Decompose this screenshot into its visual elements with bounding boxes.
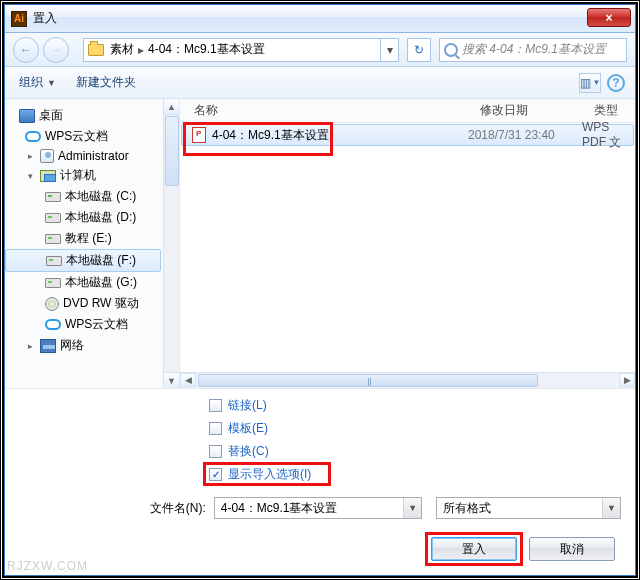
tree-drive-f[interactable]: 本地磁盘 (F:) [5,249,161,272]
tree-drive-d[interactable]: 本地磁盘 (D:) [5,207,179,228]
tree-network[interactable]: ▸网络 [5,335,179,356]
scroll-right-arrow-icon[interactable]: ▶ [619,373,635,387]
tree-drive-e[interactable]: 教程 (E:) [5,228,179,249]
path-dropdown-button[interactable]: ▾ [380,39,398,61]
help-button[interactable]: ? [607,74,625,92]
filter-value: 所有格式 [443,500,491,517]
tree-drive-c[interactable]: 本地磁盘 (C:) [5,186,179,207]
expander-icon[interactable]: ▸ [25,340,36,351]
organize-menu[interactable]: 组织▼ [19,74,56,91]
filename-label: 文件名(N): [139,500,206,517]
chevron-down-icon[interactable]: ▼ [602,498,620,518]
chevron-down-icon: ▾ [387,43,393,57]
path-segment-1[interactable]: 素材 [110,41,134,58]
new-folder-button[interactable]: 新建文件夹 [76,74,136,91]
col-date[interactable]: 修改日期 [466,102,580,119]
file-list-panel: 名称 修改日期 类型 4-04：Mc9.1基本设置 2018/7/31 23:4… [180,99,635,388]
app-icon: Ai [11,11,27,27]
dvd-icon [45,297,59,311]
drive-icon [46,256,62,266]
tree-panel: 桌面 WPS云文档 ▸Administrator ▾计算机 本地磁盘 (C:) … [5,99,180,388]
chevron-down-icon: ▼ [47,78,56,88]
drive-icon [45,192,61,202]
user-icon [40,149,54,163]
main-area: 桌面 WPS云文档 ▸Administrator ▾计算机 本地磁盘 (C:) … [5,99,635,389]
file-name: 4-04：Mc9.1基本设置 [212,127,329,144]
tree-scrollbar[interactable]: ▲ ▼ [163,99,179,388]
bottom-panel: 链接(L) 模板(E) 替换(C) 显示导入选项(I) 文件名(N): 4-04… [5,389,635,571]
window-title: 置入 [33,10,57,27]
tree-dvd[interactable]: DVD RW 驱动 [5,293,179,314]
button-row: 置入 取消 [19,537,615,561]
path-segment-2[interactable]: 4-04：Mc9.1基本设置 [148,41,265,58]
drive-icon [45,213,61,223]
expander-icon[interactable]: ▾ [25,170,36,181]
pdf-icon [192,127,206,143]
path-box[interactable]: 素材 ▸ 4-04：Mc9.1基本设置 ▾ [83,38,399,62]
view-icon: ▥ [580,76,591,90]
expander-icon[interactable]: ▸ [25,151,36,162]
cloud-icon [25,131,41,142]
toolbar: 组织▼ 新建文件夹 ▥▼ ? [5,67,635,99]
scroll-down-arrow-icon[interactable]: ▼ [164,372,179,388]
chevron-down-icon[interactable]: ▼ [403,498,421,518]
nav-bar: ← → 素材 ▸ 4-04：Mc9.1基本设置 ▾ ↻ 搜索 4-04：Mc9.… [5,33,635,67]
checkbox[interactable] [209,399,222,412]
nav-forward-button[interactable]: → [43,37,69,63]
search-placeholder: 搜索 4-04：Mc9.1基本设置 [462,41,606,58]
drive-icon [45,278,61,288]
tree-desktop[interactable]: 桌面 [5,105,179,126]
tree-computer[interactable]: ▾计算机 [5,165,179,186]
title-bar: Ai 置入 × [5,5,635,33]
file-header: 名称 修改日期 类型 [180,99,635,123]
refresh-button[interactable]: ↻ [407,38,431,62]
option-show-import[interactable]: 显示导入选项(I) [209,466,621,483]
computer-icon [40,170,56,182]
file-hscrollbar[interactable]: ◀ ▶ [180,372,635,388]
close-button[interactable]: × [587,8,631,27]
back-arrow-icon: ← [20,43,32,57]
option-template[interactable]: 模板(E) [209,420,621,437]
scroll-thumb[interactable] [198,374,538,387]
filename-row: 文件名(N): 4-04：Mc9.1基本设置 ▼ 所有格式 ▼ [139,497,621,519]
scroll-thumb[interactable] [165,116,179,186]
refresh-icon: ↻ [414,43,424,57]
filter-combo[interactable]: 所有格式 ▼ [436,497,621,519]
option-link[interactable]: 链接(L) [209,397,621,414]
file-date: 2018/7/31 23:40 [468,128,555,142]
scroll-left-arrow-icon[interactable]: ◀ [180,373,196,387]
scroll-up-arrow-icon[interactable]: ▲ [164,99,179,115]
search-icon [444,43,458,57]
checkbox[interactable] [209,468,222,481]
folder-icon [88,44,104,56]
nav-back-button[interactable]: ← [13,37,39,63]
place-button[interactable]: 置入 [431,537,517,561]
file-row[interactable]: 4-04：Mc9.1基本设置 2018/7/31 23:40 WPS PDF 文 [181,124,634,146]
search-input[interactable]: 搜索 4-04：Mc9.1基本设置 [439,38,627,62]
filename-value: 4-04：Mc9.1基本设置 [221,500,338,517]
option-replace[interactable]: 替换(C) [209,443,621,460]
filename-combo[interactable]: 4-04：Mc9.1基本设置 ▼ [214,497,422,519]
help-icon: ? [612,76,619,90]
col-type[interactable]: 类型 [580,102,618,119]
tree-wps[interactable]: WPS云文档 [5,126,179,147]
drive-icon [45,234,61,244]
cloud-icon [45,319,61,330]
view-button[interactable]: ▥▼ [579,73,601,93]
file-type: WPS PDF 文 [582,120,633,151]
cancel-button[interactable]: 取消 [529,537,615,561]
chevron-down-icon: ▼ [593,78,601,87]
col-name[interactable]: 名称 [180,102,466,119]
forward-arrow-icon: → [50,43,62,57]
tree-admin[interactable]: ▸Administrator [5,147,179,165]
tree-wps2[interactable]: WPS云文档 [5,314,179,335]
watermark: RJZXW.COM [7,559,88,573]
network-icon [40,339,56,353]
checkbox[interactable] [209,445,222,458]
desktop-icon [19,109,35,123]
path-sep-icon: ▸ [138,43,144,57]
checkbox[interactable] [209,422,222,435]
tree-drive-g[interactable]: 本地磁盘 (G:) [5,272,179,293]
